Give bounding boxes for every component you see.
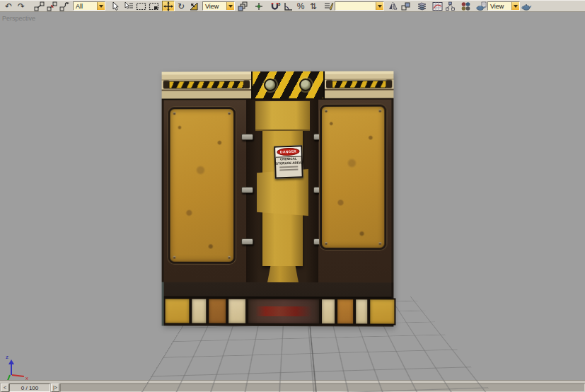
reference-coordinate-dropdown[interactable]: View bbox=[202, 1, 235, 11]
window-crossing-button[interactable] bbox=[147, 1, 160, 11]
material-editor-icon bbox=[461, 1, 471, 11]
sign-line-2: STORAGE AREA bbox=[276, 161, 301, 166]
toolbar-gap bbox=[28, 1, 33, 11]
select-and-rotate-button[interactable]: ↻ bbox=[175, 1, 187, 11]
scale-icon bbox=[189, 1, 199, 11]
select-and-scale-button[interactable] bbox=[187, 1, 200, 11]
percent-snap-icon: % bbox=[297, 2, 305, 11]
door-top-band bbox=[162, 71, 394, 100]
door-panel-right bbox=[320, 105, 386, 250]
move-icon bbox=[163, 1, 173, 11]
rivet bbox=[378, 242, 381, 245]
select-and-move-button[interactable] bbox=[162, 1, 175, 11]
align-icon bbox=[400, 1, 411, 11]
material-editor-button[interactable] bbox=[459, 1, 472, 11]
danger-sign-header: DANGER bbox=[275, 146, 301, 157]
snap-3d-icon: 3 bbox=[270, 1, 281, 11]
rivet bbox=[325, 242, 328, 245]
undo-button[interactable]: ↶ bbox=[2, 1, 15, 11]
sign-fine-print bbox=[279, 169, 298, 171]
rivet bbox=[228, 256, 231, 259]
dropdown-arrow-icon[interactable] bbox=[511, 2, 519, 10]
select-object-button[interactable] bbox=[109, 1, 122, 11]
select-and-manipulate-button[interactable] bbox=[253, 1, 265, 11]
main-toolbar: ↶↷All↻View3%⇅View bbox=[0, 0, 585, 12]
pivot-center-icon bbox=[238, 1, 248, 11]
x-axis-line bbox=[12, 374, 24, 377]
redo-icon: ↷ bbox=[18, 2, 25, 11]
svg-text:3: 3 bbox=[278, 2, 281, 6]
dropdown-arrow-icon[interactable] bbox=[97, 2, 105, 10]
schematic-view-icon bbox=[445, 1, 456, 11]
danger-label: DANGER bbox=[277, 147, 300, 156]
top-bar-left bbox=[162, 71, 251, 100]
perspective-viewport[interactable]: Perspective bbox=[0, 13, 585, 380]
select-and-link-icon bbox=[34, 1, 45, 11]
bottom-panel-cream bbox=[190, 298, 207, 325]
select-and-link-button[interactable] bbox=[33, 1, 45, 11]
z-axis-line bbox=[11, 361, 12, 375]
snaps-toggle-button[interactable]: 3 bbox=[269, 1, 282, 11]
align-button[interactable] bbox=[399, 1, 412, 11]
bind-spacewarp-icon bbox=[59, 1, 70, 11]
center-plate-foot bbox=[267, 266, 299, 282]
render-setup-button[interactable] bbox=[475, 1, 487, 11]
hazard-strip-small bbox=[169, 81, 245, 88]
selection-filter-dropdown[interactable]: All bbox=[73, 1, 105, 11]
viewport-label: Perspective bbox=[2, 15, 35, 22]
unlink-selection-button[interactable] bbox=[45, 1, 58, 11]
center-plate bbox=[262, 103, 303, 266]
angle-snap-button[interactable] bbox=[282, 1, 294, 11]
clamp bbox=[241, 187, 253, 193]
percent-snap-button[interactable]: % bbox=[294, 1, 307, 11]
redo-button[interactable]: ↷ bbox=[15, 1, 28, 11]
door-bottom-band bbox=[162, 282, 394, 327]
curve-editor-button[interactable] bbox=[431, 1, 444, 11]
rectangular-selection-button[interactable] bbox=[134, 1, 147, 11]
window-crossing-icon bbox=[149, 1, 159, 11]
select-by-name-button[interactable] bbox=[122, 1, 134, 11]
named-selection-dropdown-value bbox=[335, 2, 376, 10]
manipulate-icon bbox=[254, 1, 264, 11]
dropdown-arrow-icon[interactable] bbox=[226, 2, 234, 10]
rivet bbox=[173, 256, 176, 259]
3d-app-window: ↶↷All↻View3%⇅View Perspective bbox=[0, 0, 585, 392]
rivet bbox=[228, 112, 231, 115]
dropdown-arrow-icon[interactable] bbox=[376, 2, 383, 10]
door-model[interactable]: DANGER CHEMICAL STORAGE AREA bbox=[162, 71, 394, 326]
bottom-panel-rust bbox=[247, 298, 320, 325]
hazard-strip-small bbox=[332, 80, 386, 88]
layer-manager-button[interactable] bbox=[415, 1, 428, 11]
rotate-icon: ↻ bbox=[178, 2, 185, 11]
bind-to-spacewarp-button[interactable] bbox=[58, 1, 71, 11]
bottom-panel-cream bbox=[227, 298, 247, 325]
bottom-panel-orange bbox=[336, 298, 354, 325]
render-setup-icon bbox=[476, 1, 487, 11]
spinner-snap-button[interactable]: ⇅ bbox=[307, 1, 320, 11]
quick-render-button[interactable] bbox=[520, 1, 533, 11]
quick-render-icon bbox=[521, 1, 532, 11]
edit-named-selections-button[interactable] bbox=[322, 1, 335, 11]
named-selection-dropdown[interactable] bbox=[335, 1, 384, 11]
schematic-view-button[interactable] bbox=[444, 1, 456, 11]
reference-coordinate-dropdown-value: View bbox=[203, 2, 226, 10]
clamp bbox=[241, 238, 253, 245]
rivet bbox=[378, 110, 381, 113]
select-by-name-icon bbox=[123, 1, 134, 11]
bottom-panel-cream bbox=[354, 298, 369, 325]
hazard-stripe-panel bbox=[251, 71, 325, 100]
clamp bbox=[241, 134, 253, 140]
danger-sign: DANGER CHEMICAL STORAGE AREA bbox=[274, 145, 303, 178]
mirror-icon bbox=[388, 1, 398, 11]
curve-editor-icon bbox=[432, 1, 443, 11]
undo-icon: ↶ bbox=[5, 2, 12, 11]
door-body: DANGER CHEMICAL STORAGE AREA bbox=[162, 100, 394, 283]
mirror-button[interactable] bbox=[386, 1, 399, 11]
render-type-dropdown[interactable]: View bbox=[487, 1, 520, 11]
use-pivot-center-button[interactable] bbox=[236, 1, 249, 11]
round-bolt bbox=[299, 79, 312, 91]
previous-frame-button[interactable]: < bbox=[1, 384, 9, 392]
next-frame-button[interactable]: |> bbox=[51, 384, 59, 392]
select-object-icon bbox=[110, 1, 120, 11]
unlink-icon bbox=[47, 1, 57, 11]
